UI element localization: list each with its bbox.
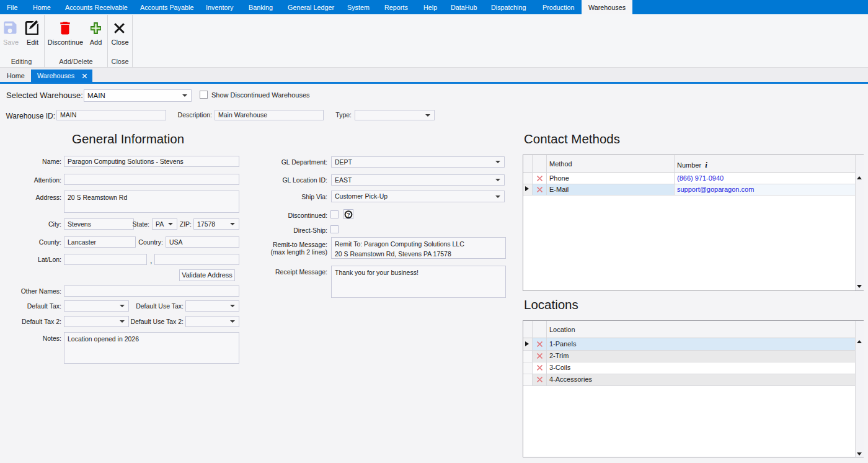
svg-text:?: ? bbox=[347, 211, 350, 218]
